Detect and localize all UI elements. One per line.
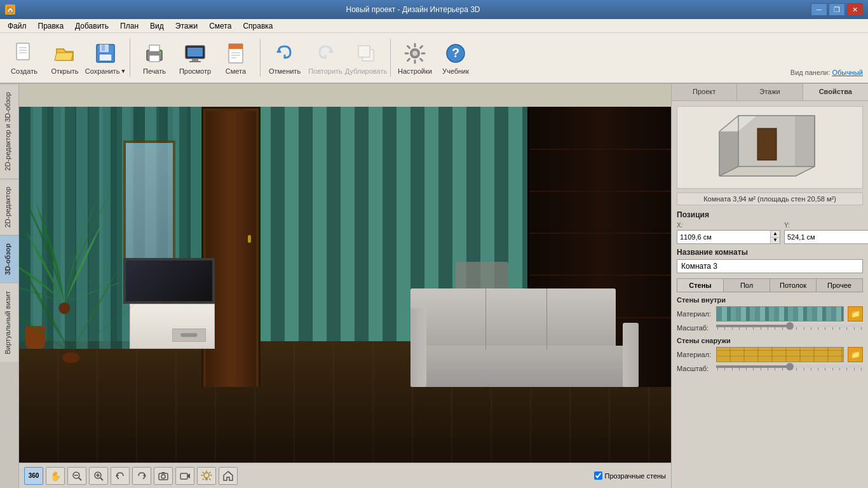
toolbar-smeta-button[interactable]: Смета <box>217 36 255 80</box>
menu-add[interactable]: Добавить <box>70 20 114 32</box>
svg-marker-21 <box>276 48 281 53</box>
svg-point-11 <box>159 51 161 54</box>
pos-x-up[interactable]: ▲ <box>771 231 780 238</box>
svg-rect-24 <box>358 46 370 57</box>
menu-edit[interactable]: Правка <box>33 20 69 32</box>
sidebar-tab-2d-3d[interactable]: 2D-редактор и 3D-обзор <box>0 84 18 179</box>
toolbar-save-button[interactable]: Сохранить ▼ <box>86 36 125 80</box>
sidebar-tab-2d[interactable]: 2D-редактор <box>0 179 18 235</box>
svg-rect-0 <box>17 43 29 60</box>
toolbar: Создать Открыть Сохранить ▼ <box>0 33 868 84</box>
pos-x-input[interactable] <box>677 231 770 243</box>
scale-ticks-outside <box>716 368 863 372</box>
sidebar-tab-virtual[interactable]: Виртуальный визит <box>0 283 18 362</box>
svg-rect-45 <box>205 479 208 480</box>
toolbar-open-button[interactable]: Открыть <box>46 36 84 80</box>
walls-outside-material-btn[interactable]: 📁 <box>848 347 863 362</box>
create-icon <box>11 41 37 66</box>
toolbar-help-button[interactable]: ? Учебник <box>437 36 475 80</box>
walls-inside-material-row: Материал: 📁 <box>677 306 863 322</box>
svg-rect-6 <box>102 44 105 51</box>
toolbar-settings-button[interactable]: Настройки <box>396 36 434 80</box>
inner-tab-walls[interactable]: Стены <box>677 279 724 292</box>
redo-icon <box>313 41 338 66</box>
tab-floors[interactable]: Этажи <box>737 84 803 100</box>
svg-rect-10 <box>149 55 159 62</box>
view-bottom-bar: 360 ✋ <box>19 463 671 488</box>
toolbar-separator-3 <box>390 39 391 77</box>
undo-icon <box>272 41 297 66</box>
transparent-walls-label: Прозрачные стены <box>605 472 666 480</box>
svg-line-34 <box>79 478 81 480</box>
svg-rect-13 <box>187 48 203 57</box>
view-btn-home[interactable] <box>219 467 238 485</box>
view-btn-cam2[interactable] <box>175 467 194 485</box>
toolbar-separator-1 <box>130 39 130 77</box>
tab-project[interactable]: Проект <box>672 84 737 100</box>
view-btn-360[interactable]: 360 <box>24 467 43 485</box>
window-controls: ─ ❐ ✕ <box>811 3 863 16</box>
svg-rect-14 <box>192 59 198 61</box>
pos-y-input[interactable] <box>785 231 868 243</box>
scene-background <box>19 84 671 463</box>
toolbar-preview-button[interactable]: Просмотр <box>176 36 214 80</box>
toolbar-redo-button[interactable]: Повторить <box>306 36 344 80</box>
view-btn-light[interactable] <box>197 467 216 485</box>
walls-outside-section: Стены снаружи Материал: 📁 Масштаб: <box>677 337 863 372</box>
svg-rect-51 <box>757 128 776 160</box>
transparent-walls-checkbox[interactable] <box>594 471 602 480</box>
room-name-input[interactable] <box>677 259 863 273</box>
view-btn-hand[interactable]: ✋ <box>46 467 65 485</box>
view-btn-zoom-in[interactable] <box>89 467 108 485</box>
inner-tab-ceiling[interactable]: Потолок <box>770 279 817 292</box>
menu-smeta[interactable]: Смета <box>204 20 236 32</box>
view-btn-rotate-cw[interactable] <box>132 467 151 485</box>
room-preview <box>677 106 863 189</box>
view-btn-zoom-out[interactable] <box>67 467 86 485</box>
menu-help[interactable]: Справка <box>238 20 278 32</box>
walls-inside-material-btn[interactable]: 📁 <box>848 306 863 322</box>
minimize-button[interactable]: ─ <box>811 3 827 16</box>
ceiling <box>19 84 671 107</box>
walls-inside-scale-row: Масштаб: <box>677 324 863 332</box>
toolbar-duplicate-button[interactable]: Дублировать <box>347 36 385 80</box>
inner-tab-floor[interactable]: Пол <box>724 279 770 292</box>
menu-file[interactable]: Файл <box>3 20 32 32</box>
svg-rect-15 <box>189 61 201 62</box>
walls-inside-material-preview <box>716 306 844 322</box>
pos-x-down[interactable]: ▼ <box>771 238 780 244</box>
left-sidebar: 2D-редактор и 3D-обзор 2D-редактор 3D-об… <box>0 84 19 488</box>
svg-marker-39 <box>116 473 119 477</box>
svg-marker-49 <box>796 116 815 166</box>
svg-rect-43 <box>180 473 187 479</box>
transparent-walls-control: Прозрачные стены <box>594 471 666 480</box>
view-btn-rotate-ccw[interactable] <box>111 467 130 485</box>
svg-text:?: ? <box>452 46 459 60</box>
pos-y-field: Y: ▲ ▼ <box>784 222 868 244</box>
svg-marker-22 <box>329 48 334 53</box>
menu-view[interactable]: Вид <box>145 20 169 32</box>
3d-view[interactable]: 360 ✋ <box>19 84 671 488</box>
duplicate-icon <box>353 41 379 66</box>
pos-y-input-wrap: ▲ ▼ <box>784 230 868 244</box>
sofa <box>410 288 639 387</box>
sidebar-tab-3d[interactable]: 3D-обзор <box>0 235 18 283</box>
view-btn-cam1[interactable] <box>154 467 173 485</box>
toolbar-create-button[interactable]: Создать <box>5 36 43 80</box>
toolbar-undo-button[interactable]: Отменить <box>266 36 304 80</box>
restore-button[interactable]: ❐ <box>829 3 845 16</box>
menu-plan[interactable]: План <box>115 20 144 32</box>
toolbar-print-button[interactable]: Печать <box>135 36 173 80</box>
tab-properties[interactable]: Свойства <box>803 84 868 100</box>
panel-view-value[interactable]: Обычный <box>832 69 863 76</box>
open-icon <box>52 41 78 66</box>
close-button[interactable]: ✕ <box>846 3 863 16</box>
svg-rect-9 <box>149 45 159 51</box>
pos-x-field: X: ▲ ▼ <box>677 222 780 244</box>
room-preview-svg <box>713 109 827 186</box>
menu-floors[interactable]: Этажи <box>170 20 203 32</box>
inner-tabs: Стены Пол Потолок Прочее <box>677 278 863 292</box>
walls-outside-scale-row: Масштаб: <box>677 365 863 372</box>
inner-tab-other[interactable]: Прочее <box>817 279 862 292</box>
walls-inside-section: Стены внутри Материал: 📁 Масштаб: <box>677 296 863 332</box>
